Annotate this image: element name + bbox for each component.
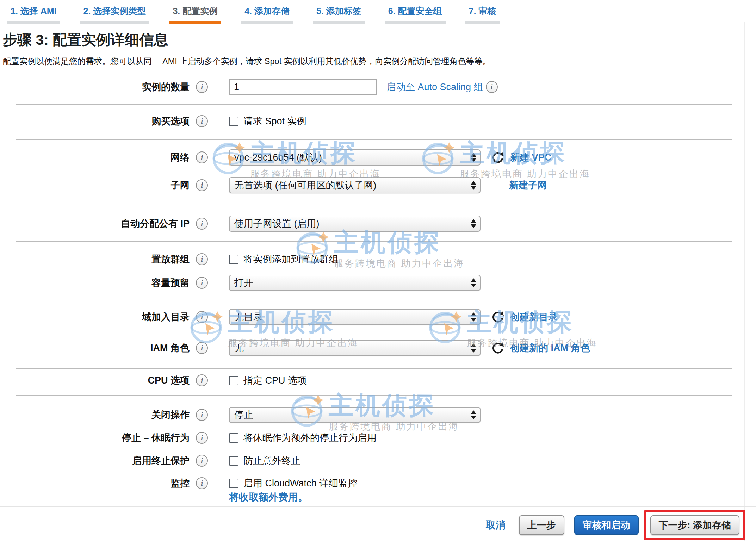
select-stepper-icon	[471, 181, 476, 190]
capacity-reservation-select-value: 打开	[234, 276, 253, 289]
capacity-reservation-select[interactable]: 打开	[229, 275, 481, 291]
network-label: 网络	[0, 151, 190, 164]
shutdown-behavior-select[interactable]: 停止	[229, 407, 481, 423]
instance-count-label: 实例的数量	[0, 81, 190, 93]
stop-hibernate-checkbox-label: 将休眠作为额外的停止行为启用	[243, 431, 377, 444]
row-cpu-options: CPU 选项 i 指定 CPU 选项	[0, 372, 307, 388]
info-icon[interactable]: i	[486, 81, 498, 93]
domain-join-label: 域加入目录	[0, 311, 190, 323]
row-capacity-reservation: 容量预留 i 打开	[0, 275, 481, 291]
review-and-launch-button[interactable]: 审核和启动	[574, 515, 639, 535]
info-icon[interactable]: i	[196, 253, 208, 265]
row-stop-hibernate: 停止 – 休眠行为 i 将休眠作为额外的停止行为启用	[0, 430, 377, 446]
create-vpc-link[interactable]: 新建 VPC	[510, 151, 551, 164]
instance-count-input[interactable]	[229, 79, 377, 95]
extra-charges-link[interactable]: 将收取额外费用。	[229, 491, 308, 504]
iam-role-select-value: 无	[234, 342, 244, 354]
domain-join-select-value: 无目录	[234, 311, 263, 323]
termination-protection-checkbox[interactable]	[229, 456, 238, 466]
section-divider	[16, 368, 732, 369]
watermark-tagline: 服务跨境电商 助力中企出海	[334, 257, 465, 270]
create-iam-role-link[interactable]: 创建新的 IAM 角色	[510, 342, 590, 354]
stop-hibernate-checkbox[interactable]	[229, 433, 238, 443]
tab-add-storage[interactable]: 4. 添加存储	[241, 0, 293, 24]
domain-join-select[interactable]: 无目录	[229, 309, 481, 325]
section-divider	[16, 301, 732, 301]
iam-role-select[interactable]: 无	[229, 340, 481, 356]
capacity-reservation-label: 容量预留	[0, 276, 190, 289]
cloudwatch-monitoring-checkbox[interactable]	[229, 479, 238, 488]
monitoring-label: 监控	[0, 477, 190, 490]
info-icon[interactable]: i	[196, 455, 208, 467]
annotation-highlight-box: 下一步: 添加存储	[644, 510, 746, 540]
info-icon[interactable]: i	[196, 115, 208, 127]
refresh-icon[interactable]	[491, 310, 504, 324]
select-stepper-icon	[471, 343, 476, 353]
info-icon[interactable]: i	[196, 218, 208, 230]
tab-configure-instance[interactable]: 3. 配置实例	[169, 0, 221, 24]
row-termination-protection: 启用终止保护 i 防止意外终止	[0, 453, 300, 469]
auto-assign-ip-label: 自动分配公有 IP	[0, 217, 190, 230]
info-icon[interactable]: i	[196, 342, 208, 354]
tab-configure-security-group[interactable]: 6. 配置安全组	[385, 0, 446, 24]
info-icon[interactable]: i	[196, 81, 208, 93]
cloudwatch-monitoring-checkbox-label: 启用 CloudWatch 详细监控	[243, 477, 357, 490]
placement-group-checkbox[interactable]	[229, 255, 238, 264]
info-icon[interactable]: i	[196, 409, 208, 421]
shutdown-behavior-select-value: 停止	[234, 409, 253, 421]
row-instance-count: 实例的数量 i 启动至 Auto Scaling 组 i	[0, 79, 500, 95]
cancel-link[interactable]: 取消	[486, 518, 506, 532]
page-subtitle: 配置实例以便满足您的需求。您可以从同一 AMI 上启动多个实例，请求 Spot …	[3, 56, 491, 67]
tab-add-tags[interactable]: 5. 添加标签	[313, 0, 365, 24]
cpu-options-checkbox-label: 指定 CPU 选项	[243, 374, 307, 387]
refresh-icon[interactable]	[491, 341, 504, 355]
network-select[interactable]: vpc-29c16b54 (默认)	[229, 149, 481, 166]
footer-divider	[0, 506, 756, 507]
info-icon[interactable]: i	[196, 432, 208, 444]
wizard-step-tabs: 1. 选择 AMI 2. 选择实例类型 3. 配置实例 4. 添加存储 5. 添…	[7, 0, 500, 24]
request-spot-checkbox[interactable]	[229, 117, 238, 126]
info-icon[interactable]: i	[196, 277, 208, 289]
select-stepper-icon	[471, 312, 476, 322]
row-placement-group: 置放群组 i 将实例添加到置放群组	[0, 251, 339, 267]
watermark-brand: 主机侦探	[334, 230, 465, 256]
network-select-value: vpc-29c16b54 (默认)	[234, 151, 322, 164]
create-subnet-link[interactable]: 新建子网	[509, 179, 547, 192]
page-title: 步骤 3: 配置实例详细信息	[3, 30, 168, 50]
shutdown-behavior-label: 关闭操作	[0, 409, 190, 421]
subnet-select-value: 无首选项 (任何可用区的默认子网)	[234, 179, 376, 192]
request-spot-label: 请求 Spot 实例	[243, 115, 306, 128]
info-icon[interactable]: i	[196, 477, 208, 489]
row-iam-role: IAM 角色 i 无 创建新的 IAM 角色	[0, 340, 590, 356]
auto-assign-ip-select[interactable]: 使用子网设置 (启用)	[229, 216, 481, 232]
select-stepper-icon	[471, 278, 476, 287]
tab-choose-instance-type[interactable]: 2. 选择实例类型	[80, 0, 150, 24]
select-stepper-icon	[471, 410, 476, 419]
info-icon[interactable]: i	[196, 179, 208, 191]
section-divider	[16, 104, 732, 105]
row-monitoring: 监控 i 启用 CloudWatch 详细监控	[0, 475, 357, 491]
select-stepper-icon	[471, 219, 476, 228]
row-purchasing-option: 购买选项 i 请求 Spot 实例	[0, 113, 306, 129]
cpu-options-checkbox[interactable]	[229, 376, 238, 385]
row-domain-join-directory: 域加入目录 i 无目录 创建新目录	[0, 309, 558, 325]
auto-assign-ip-select-value: 使用子网设置 (启用)	[234, 217, 319, 230]
refresh-icon[interactable]	[491, 151, 504, 164]
section-divider	[16, 241, 732, 242]
info-icon[interactable]: i	[196, 311, 208, 323]
launch-into-asg-link[interactable]: 启动至 Auto Scaling 组	[386, 81, 483, 93]
placement-group-label: 置放群组	[0, 253, 190, 266]
row-network: 网络 i vpc-29c16b54 (默认) 新建 VPC	[0, 149, 551, 166]
create-directory-link[interactable]: 创建新目录	[510, 311, 558, 323]
next-add-storage-button[interactable]: 下一步: 添加存储	[650, 515, 740, 535]
tab-choose-ami[interactable]: 1. 选择 AMI	[7, 0, 60, 24]
select-stepper-icon	[471, 153, 476, 162]
info-icon[interactable]: i	[196, 151, 208, 163]
previous-button[interactable]: 上一步	[519, 515, 564, 535]
subnet-select[interactable]: 无首选项 (任何可用区的默认子网)	[229, 177, 481, 193]
section-divider	[16, 139, 732, 140]
tab-review[interactable]: 7. 审核	[465, 0, 500, 24]
info-icon[interactable]: i	[196, 374, 208, 386]
row-subnet: 子网 i 无首选项 (任何可用区的默认子网) 新建子网	[0, 177, 547, 193]
termination-protection-label: 启用终止保护	[0, 454, 190, 467]
